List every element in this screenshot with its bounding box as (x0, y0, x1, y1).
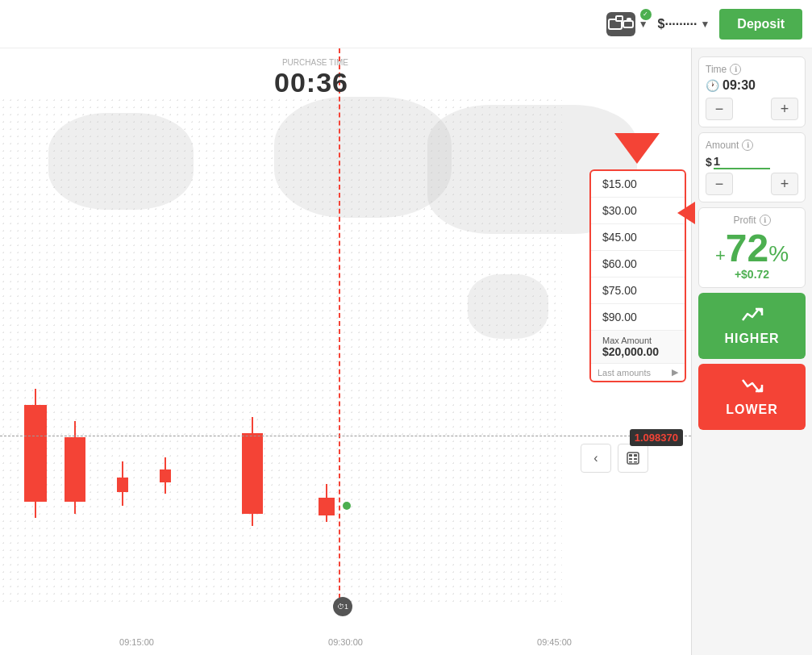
amount-item-3[interactable]: $45.00 (591, 224, 685, 251)
back-button[interactable]: ‹ (581, 444, 611, 473)
camera-icon (606, 12, 635, 36)
time-stepper-row: − + (706, 98, 798, 120)
profit-section-label: Profit ℹ (706, 215, 798, 226)
amount-item-4[interactable]: $60.00 (591, 251, 685, 277)
chart-down-icon (741, 377, 764, 394)
amount-minus-button[interactable]: − (706, 173, 733, 195)
lower-icon (741, 377, 764, 399)
higher-button[interactable]: HIGHER (698, 293, 806, 359)
lower-button[interactable]: LOWER (698, 364, 806, 430)
deposit-button[interactable]: Deposit (719, 9, 802, 40)
time-section-label: Time ℹ (706, 64, 798, 75)
max-value-text: $20,000.00 (602, 345, 673, 358)
profit-plus-sign: + (715, 245, 726, 266)
purchase-time-label: PURCHASE TIME (274, 58, 348, 67)
amount-stepper-row: − + (706, 173, 798, 195)
header: ✓ ▼ $········· ▼ Deposit (0, 0, 812, 48)
purchase-time: PURCHASE TIME 00:36 (274, 58, 348, 98)
calculator-button[interactable] (618, 444, 648, 473)
profit-label-text: Profit (733, 215, 756, 226)
profit-section: Profit ℹ + 72 % +$0.72 (698, 207, 806, 288)
vertical-time-line (339, 48, 340, 607)
svg-rect-22 (629, 458, 632, 460)
chart-area: PURCHASE TIME 00:36 1.098370 (0, 48, 691, 655)
svg-rect-0 (24, 405, 47, 502)
price-base: 1.0983 (635, 432, 667, 444)
balance-value: $········· (658, 17, 697, 31)
last-amounts-row: Last amounts ▶ (591, 363, 685, 381)
arrow-left-indicator (677, 202, 695, 224)
timer-circle: ⏱1 (333, 597, 352, 616)
continent-europe-africa (274, 97, 452, 218)
price-label: 1.098370 (630, 429, 683, 446)
amount-dollar-sign: $ (706, 156, 712, 169)
last-amounts-arrow: ▶ (672, 367, 678, 378)
price-highlight: 70 (667, 432, 678, 444)
check-badge: ✓ (640, 9, 652, 20)
time-display: 09:30 (722, 78, 756, 93)
amount-dropdown[interactable]: $15.00 $30.00 $45.00 $60.00 $75.00 $90.0… (589, 169, 686, 382)
balance-display[interactable]: $········· ▼ (658, 17, 710, 31)
x-axis: 09:15:00 09:30:00 09:45:00 (0, 637, 691, 647)
higher-icon (741, 306, 764, 328)
amount-label-text: Amount (706, 140, 739, 151)
x-label-1: 09:15:00 (119, 637, 154, 647)
horizontal-price-line (0, 436, 691, 436)
amount-item-5[interactable]: $75.00 (591, 277, 685, 304)
amount-info-icon[interactable]: ℹ (742, 140, 753, 151)
profit-percent-value: 72 (726, 229, 768, 268)
profit-percent-row: + 72 % (706, 229, 798, 268)
camera-dropdown-arrow[interactable]: ▼ (639, 19, 648, 30)
profit-info-icon[interactable]: ℹ (760, 215, 771, 226)
svg-rect-12 (242, 433, 263, 514)
amount-input[interactable] (714, 154, 770, 169)
svg-rect-23 (634, 458, 637, 460)
svg-rect-9 (160, 469, 171, 482)
right-sidebar: Time ℹ 🕐 09:30 − + Amount ℹ $ − (691, 48, 812, 655)
time-value: 🕐 09:30 (706, 78, 798, 93)
amount-section: Amount ℹ $ − + (698, 132, 806, 202)
svg-rect-20 (629, 454, 632, 457)
time-minus-button[interactable]: − (706, 98, 733, 120)
amount-plus-button[interactable]: + (771, 173, 798, 195)
camera-button[interactable]: ✓ ▼ (606, 12, 648, 36)
last-amounts-label: Last amounts (598, 368, 651, 378)
continent-americas (48, 113, 194, 210)
profit-percent-sign: % (768, 241, 789, 267)
svg-rect-3 (65, 437, 85, 502)
clock-icon: 🕐 (706, 79, 719, 92)
svg-rect-25 (634, 461, 637, 463)
calculator-icon (626, 451, 640, 465)
amount-input-wrap: $ (706, 154, 798, 169)
time-plus-button[interactable]: + (771, 98, 798, 120)
svg-rect-21 (634, 454, 637, 457)
balance-dropdown-arrow[interactable]: ▼ (700, 19, 710, 30)
higher-label: HIGHER (724, 332, 779, 346)
max-amount-label: Max Amount $20,000.00 (591, 331, 685, 363)
profit-money-value: +$0.72 (706, 268, 798, 281)
candlestick-chart (0, 260, 691, 599)
amount-item-1[interactable]: $15.00 (591, 171, 685, 198)
chart-up-icon (741, 306, 764, 323)
amount-item-2[interactable]: $30.00 (591, 198, 685, 224)
svg-rect-24 (629, 461, 632, 463)
nav-buttons: ‹ (581, 444, 648, 473)
amount-item-6[interactable]: $90.00 (591, 304, 685, 331)
arrow-down-indicator (614, 133, 660, 164)
svg-point-18 (343, 502, 351, 510)
amount-section-label: Amount ℹ (706, 140, 798, 151)
time-section: Time ℹ 🕐 09:30 − + (698, 56, 806, 127)
x-label-2: 09:30:00 (328, 637, 363, 647)
main-area: PURCHASE TIME 00:36 1.098370 (0, 48, 812, 655)
time-info-icon[interactable]: ℹ (730, 64, 741, 75)
purchase-time-value: 00:36 (274, 67, 348, 98)
lower-label: LOWER (726, 403, 778, 417)
time-label-text: Time (706, 64, 727, 75)
x-label-3: 09:45:00 (537, 637, 572, 647)
svg-rect-6 (117, 478, 128, 492)
max-label-text: Max Amount (602, 336, 652, 345)
svg-rect-15 (319, 498, 335, 515)
